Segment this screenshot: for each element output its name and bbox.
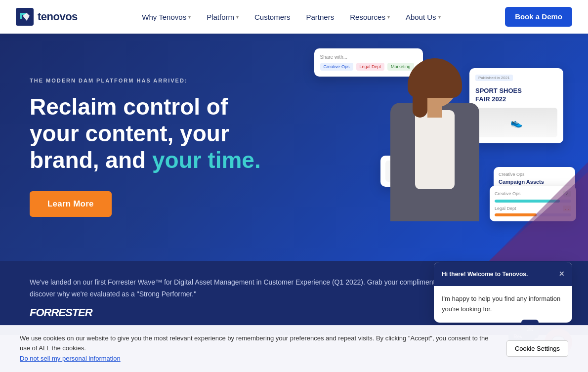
banner-text: We've landed on our first Forrester Wave… xyxy=(30,277,502,300)
chevron-down-icon: ▾ xyxy=(236,14,239,20)
nav-link-customers[interactable]: Customers xyxy=(248,9,297,25)
hero-person-image xyxy=(361,53,509,261)
nav-link-why-tenovos[interactable]: Why Tenovos ▾ xyxy=(135,9,198,25)
nav-link-about-us[interactable]: About Us ▾ xyxy=(399,9,448,25)
chevron-down-icon: ▾ xyxy=(438,14,441,20)
logo[interactable]: tenovos xyxy=(16,8,78,26)
hero-section: THE MODERN DAM PLATFORM HAS ARRIVED: Rec… xyxy=(0,34,588,261)
nav-link-resources[interactable]: Resources ▾ xyxy=(343,9,397,25)
nav-link-partners[interactable]: Partners xyxy=(299,9,341,25)
cookie-text: We use cookies on our website to give yo… xyxy=(20,333,495,335)
logo-text: tenovos xyxy=(38,10,78,23)
chat-widget: Hi there! Welcome to Tenovos. × I'm happ… xyxy=(434,262,572,323)
chat-body: I'm happy to help you find any informati… xyxy=(434,286,572,323)
cookie-banner: We use cookies on our website to give yo… xyxy=(0,325,588,335)
hero-eyebrow: THE MODERN DAM PLATFORM HAS ARRIVED: xyxy=(30,78,277,83)
hero-heading-accent: your time. xyxy=(152,147,261,173)
chevron-down-icon: ▾ xyxy=(188,14,191,20)
forrester-logo: FORRESTER xyxy=(30,306,502,319)
chevron-down-icon: ▾ xyxy=(387,14,390,20)
chat-title: Hi there! Welcome to Tenovos. xyxy=(442,271,528,278)
banner-text-area: We've landed on our first Forrester Wave… xyxy=(30,277,502,319)
chat-header: Hi there! Welcome to Tenovos. × xyxy=(434,262,572,286)
nav-link-platform[interactable]: Platform ▾ xyxy=(200,9,246,25)
hero-content: THE MODERN DAM PLATFORM HAS ARRIVED: Rec… xyxy=(0,48,306,247)
navbar: tenovos Why Tenovos ▾ Platform ▾ Custome… xyxy=(0,0,588,34)
tenovos-logo-icon xyxy=(16,8,34,26)
chat-close-button[interactable]: × xyxy=(559,269,564,279)
book-demo-button[interactable]: Book a Demo xyxy=(505,7,572,27)
learn-more-button[interactable]: Learn More xyxy=(30,191,112,217)
hero-image-area: Published in 2021 SPORT SHOESFAIR 2022 👟… xyxy=(265,34,588,261)
hero-heading: Reclaim control of your content, your br… xyxy=(30,93,277,174)
nav-links: Why Tenovos ▾ Platform ▾ Customers Partn… xyxy=(135,9,447,25)
